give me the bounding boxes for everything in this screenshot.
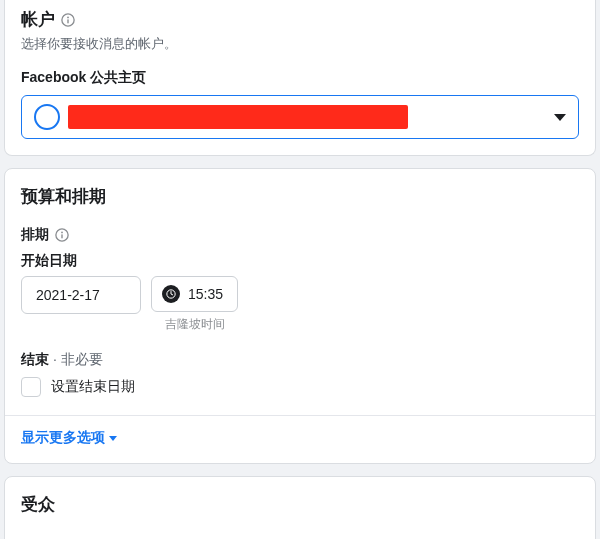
audience-section: 受众 [4, 476, 596, 539]
svg-point-1 [67, 16, 69, 18]
budget-schedule-section: 预算和排期 排期 开始日期 2021-2-17 15:35 吉隆坡时间 结束 ·… [4, 168, 596, 464]
info-icon[interactable] [61, 13, 75, 27]
show-more-options-button[interactable]: 显示更多选项 [21, 429, 117, 447]
account-subtitle: 选择你要接收消息的帐户。 [21, 35, 579, 53]
start-date-value: 2021-2-17 [36, 287, 100, 303]
svg-rect-5 [61, 234, 62, 238]
schedule-label: 排期 [21, 226, 49, 244]
show-more-label: 显示更多选项 [21, 429, 105, 447]
account-title: 帐户 [21, 8, 55, 31]
clock-icon [162, 285, 180, 303]
budget-title: 预算和排期 [21, 185, 106, 208]
page-dropdown[interactable] [21, 95, 579, 139]
timezone-note: 吉隆坡时间 [165, 316, 225, 333]
account-section: 帐户 选择你要接收消息的帐户。 Facebook 公共主页 [4, 0, 596, 156]
start-date-label: 开始日期 [21, 252, 579, 270]
set-end-date-checkbox[interactable] [21, 377, 41, 397]
svg-rect-2 [67, 19, 68, 23]
svg-point-4 [61, 232, 63, 234]
start-time-input[interactable]: 15:35 [151, 276, 238, 312]
audience-title: 受众 [21, 493, 55, 516]
end-label: 结束 · 非必要 [21, 351, 579, 369]
page-avatar [34, 104, 60, 130]
set-end-date-label: 设置结束日期 [51, 378, 135, 396]
start-time-value: 15:35 [188, 286, 223, 302]
info-icon[interactable] [55, 228, 69, 242]
start-date-input[interactable]: 2021-2-17 [21, 276, 141, 314]
divider [5, 415, 595, 416]
page-field-label: Facebook 公共主页 [21, 69, 579, 87]
page-name-redacted [68, 105, 408, 129]
chevron-down-icon [554, 114, 566, 121]
chevron-down-icon [109, 436, 117, 441]
